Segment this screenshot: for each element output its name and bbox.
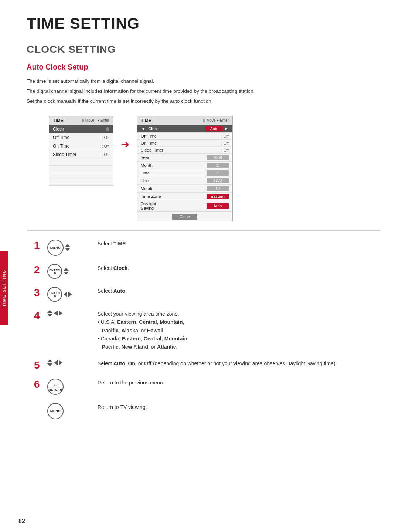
clock-left-arrow[interactable]: ◄ (141, 126, 145, 131)
step-7-menu-btn[interactable]: MENU (47, 403, 64, 419)
step-1-updown[interactable] (65, 244, 70, 251)
step-3-lr[interactable] (64, 292, 72, 297)
step-5-icons (47, 359, 92, 366)
ext-off-time: Off Time : Off (137, 133, 232, 140)
menu-row-clock: Clock (49, 125, 113, 133)
up-arrow-icon[interactable] (65, 244, 70, 247)
left-arrow-icon[interactable] (54, 311, 58, 316)
up-arrow-icon[interactable] (47, 359, 52, 362)
menu-header-left: TIME ⊕ Move ● Enter (49, 116, 113, 125)
step-1-icons: MENU (47, 240, 92, 256)
clock-right-arrow[interactable]: ► (224, 126, 229, 131)
step-1-menu-btn[interactable]: MENU (47, 240, 64, 256)
menu-row-sleep-timer: Sleep Timer : Off (49, 150, 113, 159)
step-7-text: Return to TV viewing. (98, 403, 381, 411)
subsection-title: Auto Clock Setup (27, 63, 381, 71)
ext-month: Month 2 (137, 162, 232, 169)
divider (27, 230, 381, 231)
arrow-right: ➜ (121, 138, 129, 150)
nav-hint-left: ⊕ Move ● Enter (81, 118, 109, 122)
nav-move-left: ⊕ Move (81, 118, 94, 122)
close-row[interactable]: Close (137, 212, 232, 221)
ext-month-value: 2 (207, 163, 229, 168)
sleep-timer-value: : Off (102, 152, 109, 157)
step-4-bullet2: • Canada: Eastern, Central, Mountain, Pa… (98, 336, 189, 350)
ext-hour-value: 2 AM (207, 178, 229, 183)
up-arrow-icon[interactable] (64, 268, 69, 271)
ext-sleep-timer-value: : Off (221, 148, 229, 152)
step-3-enter-btn[interactable]: ENTER (47, 287, 62, 302)
down-arrow-icon[interactable] (65, 248, 70, 251)
menu-label: MENU (50, 409, 61, 413)
on-time-value: : Off (102, 144, 109, 148)
down-arrow-icon[interactable] (64, 272, 69, 275)
menu-empty-1 (49, 159, 113, 166)
step-2-updown[interactable] (64, 268, 69, 275)
ext-hour: Hour 2 AM (137, 177, 232, 185)
enter-label: ENTER (49, 268, 60, 272)
ext-minute: Minute 10 (137, 185, 232, 193)
off-time-value: : Off (102, 135, 109, 140)
step-6-text: Return to the previous menu. (98, 379, 381, 387)
ext-nav-hint: ⊕ Move ● Enter (202, 118, 229, 122)
description-line2: The digital channel signal includes info… (27, 87, 381, 96)
clock-label: Clock (53, 126, 103, 132)
ext-title: TIME (141, 118, 151, 123)
step-7-icons: MENU (47, 403, 92, 419)
clock-radio (106, 127, 109, 131)
left-arrow-icon[interactable] (54, 360, 58, 365)
ext-header: TIME ⊕ Move ● Enter (137, 116, 232, 125)
step-5: 5 Select Auto, On, or Off (depending on … (34, 359, 381, 370)
step-1: 1 MENU Select TIME. (34, 240, 381, 256)
step-1-bold: TIME (113, 241, 126, 247)
menu-empty-4 (49, 179, 113, 186)
step-3: 3 ENTER Select Auto. (34, 287, 381, 302)
step-4: 4 Select your viewing area time zone. • … (34, 310, 381, 351)
step-6-return-btn[interactable]: ↩ RETURN (47, 379, 64, 395)
step-1-text: Select TIME. (98, 240, 381, 248)
ext-date: Date 21 (137, 169, 232, 177)
ext-date-label: Date (141, 171, 207, 175)
right-arrow-icon[interactable] (59, 311, 62, 316)
step-4-number: 4 (34, 311, 41, 321)
ext-timezone-value: Eastern (207, 194, 229, 199)
clock-auto-value: Auto (205, 126, 223, 131)
up-arrow-icon[interactable] (47, 310, 52, 313)
step-2-number: 2 (34, 265, 41, 275)
step-4-updown[interactable] (47, 310, 52, 317)
menu-box-right: TIME ⊕ Move ● Enter ◄ Clock Auto ► Off T… (137, 116, 233, 221)
menu-title-left: TIME (53, 118, 64, 123)
step-2-bold: Clock (113, 265, 127, 271)
step-2-text: Select Clock. (98, 264, 381, 272)
description-line3: Set the clock manually if the current ti… (27, 97, 381, 106)
ext-on-time-label: On Time (141, 141, 221, 145)
step-5-number: 5 (34, 360, 41, 370)
off-time-label: Off Time (53, 135, 102, 140)
step-3-bold: Auto (113, 288, 125, 294)
ext-sleep-timer: Sleep Timer : Off (137, 147, 232, 154)
step-4-text: Select your viewing area time zone. • U.… (98, 310, 381, 351)
left-arrow-icon[interactable] (64, 292, 67, 297)
ext-year-value: 2008 (207, 155, 229, 160)
step-5-updown[interactable] (47, 359, 52, 366)
ext-off-time-label: Off Time (141, 134, 221, 138)
menu-row-off-time: Off Time : Off (49, 133, 113, 142)
step-4-lr[interactable] (54, 311, 62, 316)
ext-timezone: Time Zone Eastern (137, 193, 232, 200)
down-arrow-icon[interactable] (47, 363, 52, 366)
ext-minute-value: 10 (207, 186, 229, 191)
sidebar-time-setting-label: TIME SETTING (0, 251, 8, 325)
enter-label: ENTER (49, 291, 60, 295)
right-arrow-icon[interactable] (59, 360, 62, 365)
ext-on-time-value: : Off (221, 141, 229, 145)
nav-enter-left: ● Enter (97, 118, 109, 122)
close-button[interactable]: Close (172, 214, 197, 220)
step-5-lr[interactable] (54, 360, 62, 365)
step-2-enter-btn[interactable]: ENTER (47, 264, 62, 279)
down-arrow-icon[interactable] (47, 314, 52, 317)
return-icon: ↩ (53, 382, 58, 388)
ext-month-label: Month (141, 163, 207, 167)
right-arrow-icon[interactable] (68, 292, 72, 297)
menu-box-left: TIME ⊕ Move ● Enter Clock Off Time : Off (49, 116, 113, 186)
ext-clock-row[interactable]: ◄ Clock Auto ► (137, 125, 232, 133)
